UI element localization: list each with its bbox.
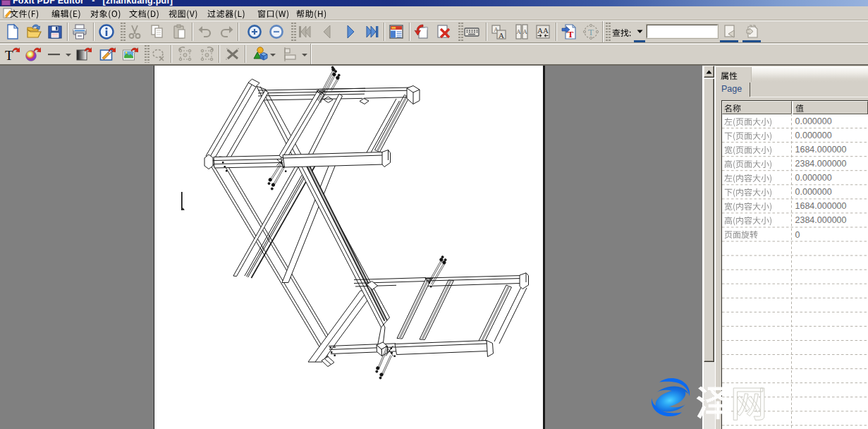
svg-text:A: A — [499, 31, 504, 40]
svg-text:A: A — [522, 28, 527, 35]
svg-text:A: A — [516, 28, 521, 35]
svg-text:T: T — [568, 29, 574, 40]
svg-text:T: T — [5, 48, 13, 62]
svg-text:AA: AA — [537, 26, 549, 35]
svg-text:T: T — [588, 27, 594, 37]
